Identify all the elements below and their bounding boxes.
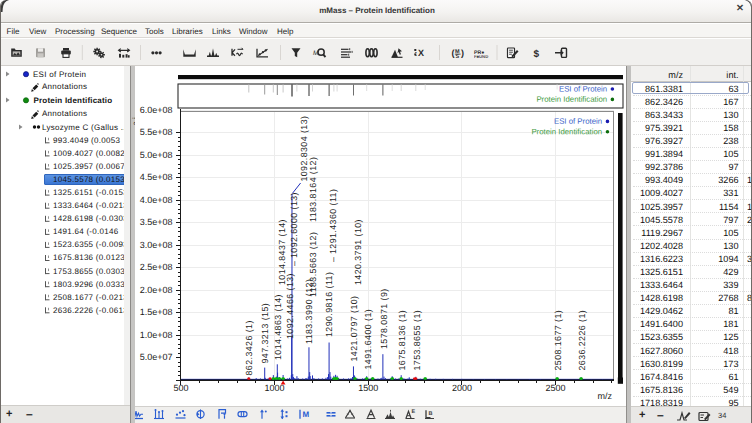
svg-text:S: S: [456, 54, 460, 60]
svg-text:E: E: [412, 409, 416, 415]
svg-text:М: М: [303, 410, 310, 419]
svg-text:F■UND: F■UND: [474, 54, 488, 59]
svg-text:X: X: [418, 48, 424, 58]
svg-text:$: $: [534, 49, 540, 60]
svg-text:B: B: [429, 411, 433, 417]
svg-text:): ): [461, 48, 464, 58]
